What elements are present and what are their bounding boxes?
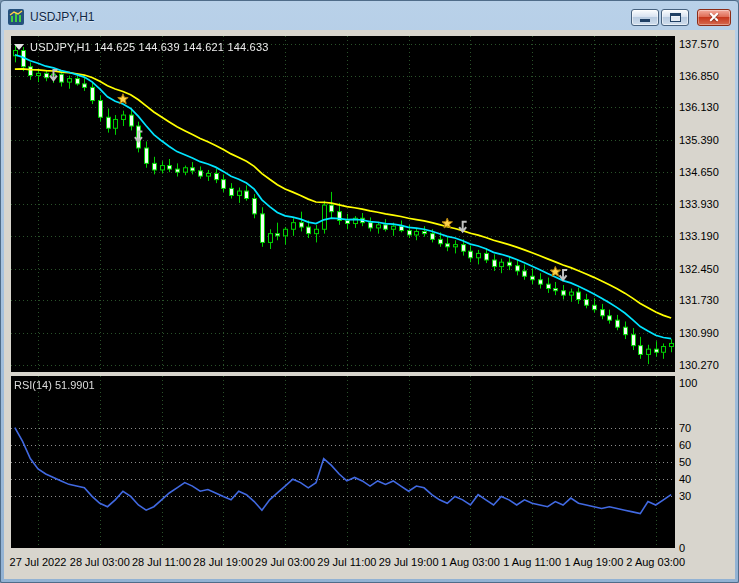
rsi-chart[interactable]	[11, 376, 675, 548]
price-axis-label: 132.450	[679, 263, 719, 275]
price-axis-label: 133.930	[679, 198, 719, 210]
ohlc-info-line[interactable]: USDJPY,H1 144.625 144.639 144.621 144.63…	[14, 41, 269, 53]
price-axis-label: 136.850	[679, 70, 719, 82]
price-axis-label: 130.990	[679, 327, 719, 339]
rsi-axis-label: 0	[679, 542, 685, 554]
titlebar[interactable]: USDJPY,H1	[4, 4, 735, 30]
price-axis-label: 131.730	[679, 294, 719, 306]
restore-button[interactable]	[661, 9, 689, 26]
price-axis-label: 130.270	[679, 359, 719, 371]
window-title: USDJPY,H1	[30, 10, 631, 24]
time-axis-label: 28 Jul 19:00	[193, 556, 253, 568]
price-chart[interactable]	[11, 36, 675, 372]
chart-window: USDJPY,H1 USDJPY,H1 144.625 144.639 144.…	[0, 0, 739, 583]
time-axis-label: 28 Jul 11:00	[132, 556, 191, 568]
chart-client: USDJPY,H1 144.625 144.639 144.621 144.63…	[4, 30, 735, 579]
price-axis-label: 135.390	[679, 134, 719, 146]
rsi-axis-label: 30	[679, 490, 691, 502]
price-axis-label: 136.130	[679, 101, 719, 113]
price-axis-label: 134.650	[679, 166, 719, 178]
close-button[interactable]	[697, 9, 731, 26]
rsi-indicator-label: RSI(14) 51.9901	[14, 379, 95, 391]
minimize-button[interactable]	[631, 9, 659, 26]
symbol-dropdown-icon[interactable]	[14, 44, 24, 50]
rsi-axis-label: 40	[679, 473, 691, 485]
price-axis-label: 137.570	[679, 38, 719, 50]
time-axis-label: 1 Aug 19:00	[565, 556, 624, 568]
time-axis-label: 2 Aug 03:00	[626, 556, 685, 568]
rsi-axis-label: 60	[679, 439, 691, 451]
price-axis-label: 133.190	[679, 230, 719, 242]
close-icon	[698, 10, 730, 25]
rsi-axis-label: 100	[679, 377, 697, 389]
minimize-icon	[640, 19, 650, 22]
app-chart-icon	[8, 9, 24, 25]
time-axis-label: 1 Aug 11:00	[503, 556, 561, 568]
ohlc-info-text: USDJPY,H1 144.625 144.639 144.621 144.63…	[30, 41, 269, 53]
rsi-axis-label: 70	[679, 422, 691, 434]
time-axis-label: 1 Aug 03:00	[441, 556, 500, 568]
time-axis-label: 29 Jul 03:00	[255, 556, 315, 568]
time-axis-label: 29 Jul 19:00	[379, 556, 439, 568]
time-axis-label: 27 Jul 2022	[10, 556, 67, 568]
time-axis-label: 29 Jul 11:00	[317, 556, 376, 568]
restore-icon	[670, 13, 681, 22]
time-axis-label: 28 Jul 03:00	[70, 556, 130, 568]
window-controls	[631, 9, 731, 26]
rsi-axis-label: 50	[679, 456, 691, 468]
